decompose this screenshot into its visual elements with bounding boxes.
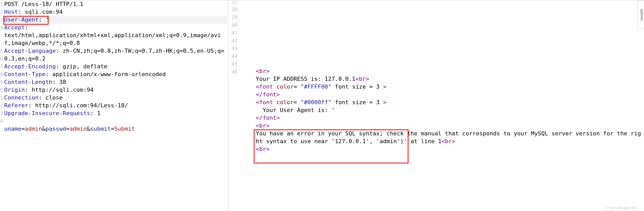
resp-br1: <br>	[256, 67, 641, 75]
header-referer[interactable]: Referer: http://sqli.com:94/Less-18/	[4, 102, 227, 109]
header-origin[interactable]: Origin: http://sqli.com:94	[4, 86, 227, 94]
request-code[interactable]: POST /Less-18/ HTTP/1.1 Host: sqli.com:9…	[4, 0, 227, 133]
resp-ua-text: Your User Agent is: '	[256, 106, 641, 114]
resp-font1-close: </font>	[256, 91, 641, 98]
resp-font1-open: <font color= "#FFFF00" font size = 3 >	[256, 83, 641, 91]
header-upgrade-insecure-requests[interactable]: Upgrade-Insecure-Requests: 1	[4, 109, 227, 117]
left-gutter: 1 2 3 4 5 6 7 8 9 0 1 2 3 4	[0, 0, 4, 211]
header-accept-value[interactable]: text/html,application/xhtml+xml,applicat…	[4, 31, 227, 47]
request-panel[interactable]: 1 2 3 4 5 6 7 8 9 0 1 2 3 4 POST /Less-1…	[0, 0, 229, 211]
response-code[interactable]: <br> Your IP ADDRESS is: 127.0.0.1<br> <…	[256, 67, 641, 153]
header-user-agent[interactable]: User-Agent: '	[4, 16, 227, 24]
header-host[interactable]: Host: sqli.com:94	[4, 8, 227, 16]
request-line[interactable]: POST /Less-18/ HTTP/1.1	[4, 0, 227, 8]
header-accept-encoding[interactable]: Accept-Encoding: gzip, deflate	[4, 63, 227, 70]
main-container: 1 2 3 4 5 6 7 8 9 0 1 2 3 4 POST /Less-1…	[0, 0, 644, 211]
header-content-length[interactable]: Content-Length: 38	[4, 78, 227, 86]
resp-font2-close: </font>	[256, 114, 641, 122]
inspector-tab[interactable]: spector	[637, 0, 644, 29]
request-body[interactable]: uname=admin&passwd=admin&submit=Submit	[4, 125, 227, 133]
resp-sql-error: You have an error in your SQL syntax; ch…	[256, 130, 641, 145]
watermark: CSDN @x88125E	[607, 206, 636, 210]
resp-br2: <br>	[256, 122, 641, 130]
blank-line[interactable]	[4, 117, 227, 125]
resp-font2-open: <font color= "#0000ff" font size = 3 >	[256, 98, 641, 106]
header-content-type[interactable]: Content-Type: application/x-www-form-url…	[4, 70, 227, 78]
resp-br3: <br>	[256, 145, 641, 153]
header-accept[interactable]: Accept:	[4, 24, 227, 31]
header-accept-language[interactable]: Accept-Language: zh-CN,zh;q=0.8,zh-TW;q=…	[4, 47, 227, 63]
resp-ip-line: Your IP ADDRESS is: 127.0.0.1<br>	[256, 75, 641, 83]
header-connection[interactable]: Connection: close	[4, 94, 227, 102]
right-gutter: 37 38 39 40 41 42 43 44 45 46	[229, 0, 239, 211]
response-panel[interactable]: 37 38 39 40 41 42 43 44 45 46 <br> Your …	[229, 0, 644, 211]
